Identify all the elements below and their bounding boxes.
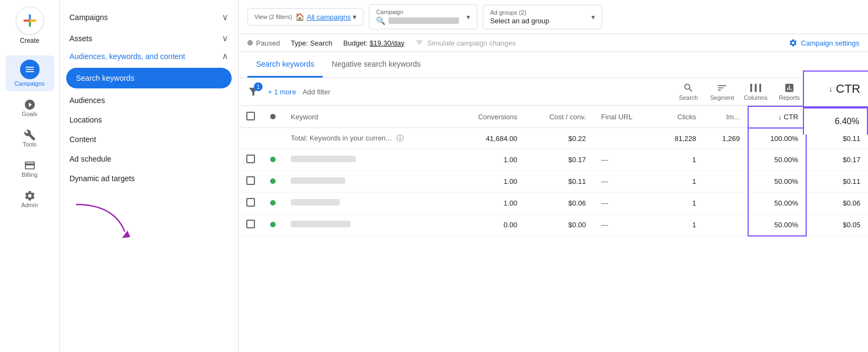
filter-badge: 1 <box>254 82 263 91</box>
row1-keyword-blurred <box>291 156 356 162</box>
header-checkbox[interactable] <box>246 112 255 120</box>
row1-impressions-cell <box>704 149 748 171</box>
row4-avg-cpc-cell: $0.05 <box>806 214 868 236</box>
search-keywords-nav-item[interactable]: Search keywords <box>66 68 232 88</box>
tab-search-keywords[interactable]: Search keywords <box>247 52 323 78</box>
sidebar-item-tools[interactable]: Tools <box>5 125 54 152</box>
sidebar-item-billing[interactable]: Billing <box>5 155 54 182</box>
row2-clicks-cell: 1 <box>655 171 704 193</box>
sidebar-item-campaigns[interactable]: Campaigns <box>5 55 54 91</box>
row2-final-url-cell: — <box>593 171 655 193</box>
col-impressions: Im... <box>704 106 748 128</box>
col-cost-conv: Cost / conv. <box>525 106 593 128</box>
row1-cost-conv-cell: $0.17 <box>525 149 593 171</box>
row3-cost-conv-cell: $0.06 <box>525 193 593 214</box>
filter-more-button[interactable]: + 1 more <box>268 88 296 96</box>
ad-groups-label: Ad groups (2) <box>490 9 588 16</box>
row4-keyword-cell <box>283 214 453 236</box>
sidebar-tools-label: Tools <box>23 141 37 148</box>
view-filter-button[interactable]: View (2 filters) 🏠 All campaigns ▾ <box>247 8 363 25</box>
row3-ctr-cell: 50.00% <box>748 193 807 214</box>
row4-ctr-cell: 50.00% <box>748 214 807 236</box>
total-info-icon[interactable]: ⓘ <box>397 134 404 142</box>
row3-avg-cpc-cell: $0.06 <box>806 193 868 214</box>
content-nav-label: Content <box>69 135 96 144</box>
row4-checkbox-cell[interactable] <box>239 214 263 236</box>
simulate-label: Simulate campaign changes <box>427 39 515 47</box>
table-row: 1.00 $0.06 — 1 50.00% $0.06 <box>239 193 868 214</box>
simulate-button[interactable]: Simulate campaign changes <box>415 39 515 47</box>
view-filter-chevron-icon: ▾ <box>353 12 356 21</box>
assets-nav-header[interactable]: Assets ∨ <box>60 28 238 49</box>
row1-clicks-cell: 1 <box>655 149 704 171</box>
row4-final-url-cell: — <box>593 214 655 236</box>
tab-negative-search-keywords[interactable]: Negative search keywords <box>323 52 429 78</box>
row2-keyword-blurred <box>291 177 345 184</box>
row4-status-cell <box>263 214 283 236</box>
total-checkbox-cell <box>239 128 263 149</box>
row3-impressions-cell <box>704 193 748 214</box>
sidebar-billing-label: Billing <box>22 171 37 178</box>
campaign-settings-label: Campaign settings <box>801 39 859 47</box>
total-clicks-cell: 81,228 <box>655 128 704 149</box>
total-status-cell <box>263 128 283 149</box>
top-filter-bar: View (2 filters) 🏠 All campaigns ▾ Campa… <box>239 0 868 34</box>
col-status <box>263 106 283 128</box>
row3-status-cell <box>263 193 283 214</box>
keywords-table: Keyword Conversions Cost / conv. Final U… <box>239 106 868 236</box>
svg-marker-4 <box>122 231 130 238</box>
campaign-filter-label: Campaign <box>376 9 463 15</box>
paused-status: Paused <box>247 39 280 47</box>
all-campaigns-link: All campaigns <box>307 13 350 21</box>
sidebar-item-admin[interactable]: Admin <box>5 185 54 213</box>
budget-link[interactable]: $19.30/day <box>369 39 404 47</box>
row4-keyword-blurred <box>291 221 350 227</box>
table-row: 0.00 $0.00 — 1 50.00% $0.05 <box>239 214 868 236</box>
columns-button[interactable]: Columns <box>742 82 769 101</box>
campaign-settings-button[interactable]: Campaign settings <box>789 39 859 47</box>
row4-conversions-cell: 0.00 <box>453 214 525 236</box>
segment-button[interactable]: Segment <box>709 82 736 101</box>
search-button[interactable]: Search <box>675 82 702 101</box>
total-conversions-cell: 41,684.00 <box>453 128 525 149</box>
sidebar-item-goals[interactable]: Goals <box>5 94 54 121</box>
ctr-total-highlight: 6.40% <box>803 107 868 135</box>
row3-conversions-cell: 1.00 <box>453 193 525 214</box>
campaigns-chevron-icon: ∨ <box>222 12 228 22</box>
filter-button[interactable]: 1 <box>247 86 259 98</box>
col-ctr[interactable]: ↓ CTR <box>748 106 807 128</box>
campaign-filter-chevron-icon: ▾ <box>467 13 470 21</box>
row1-avg-cpc-cell: $0.17 <box>806 149 868 171</box>
campaign-filter-icon: 🔍 <box>376 16 385 25</box>
row2-checkbox-cell[interactable] <box>239 171 263 193</box>
create-button[interactable]: Create <box>16 7 44 44</box>
locations-nav-label: Locations <box>69 116 102 124</box>
type-label: Type: Search <box>291 39 333 47</box>
add-filter-button[interactable]: Add filter <box>303 88 330 96</box>
table-row: 1.00 $0.17 — 1 50.00% $0.17 <box>239 149 868 171</box>
audiences-nav-item[interactable]: Audiences <box>60 91 238 110</box>
ctr-highlight-header-value: ↓ CTR <box>803 71 868 107</box>
row4-clicks-cell: 1 <box>655 214 704 236</box>
campaign-filter-value <box>388 17 459 24</box>
ad-groups-filter-button[interactable]: Ad groups (2) Select an ad group ▾ <box>483 5 602 29</box>
reports-label: Reports <box>779 94 800 101</box>
paused-dot-icon <box>247 40 253 46</box>
reports-button[interactable]: Reports <box>776 82 803 101</box>
content-nav-item[interactable]: Content <box>60 130 238 149</box>
total-final-url-cell <box>593 128 655 149</box>
dynamic-ad-targets-nav-item[interactable]: Dynamic ad targets <box>60 169 238 188</box>
row3-checkbox-cell[interactable] <box>239 193 263 214</box>
audiences-keywords-section[interactable]: Audiences, keywords, and content ∧ <box>60 49 238 66</box>
campaigns-nav-header[interactable]: Campaigns ∨ <box>60 7 238 28</box>
row2-impressions-cell <box>704 171 748 193</box>
row1-checkbox-cell[interactable] <box>239 149 263 171</box>
sidebar-goals-label: Goals <box>22 111 37 117</box>
col-checkbox <box>239 106 263 128</box>
row2-ctr-cell: 50.00% <box>748 171 807 193</box>
col-conversions: Conversions <box>453 106 525 128</box>
locations-nav-item[interactable]: Locations <box>60 110 238 130</box>
sidebar-admin-label: Admin <box>21 202 38 208</box>
ad-schedule-nav-item[interactable]: Ad schedule <box>60 149 238 169</box>
campaign-filter-button[interactable]: Campaign 🔍 ▾ <box>369 4 477 29</box>
